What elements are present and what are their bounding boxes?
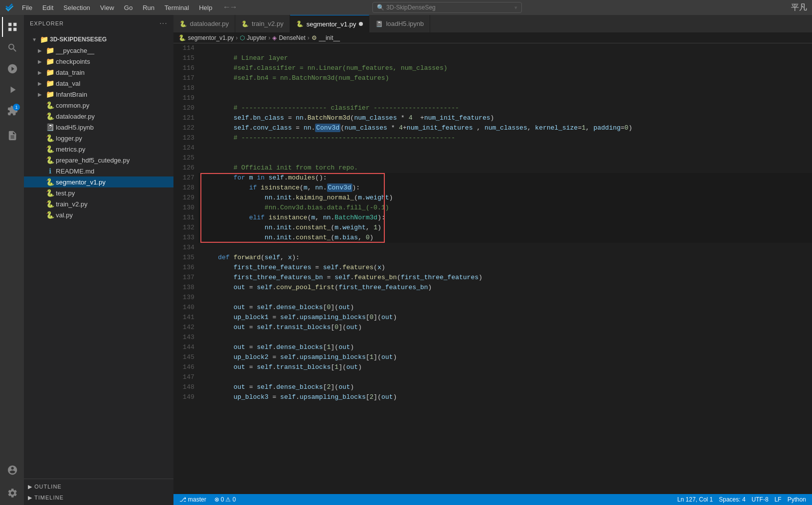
code-line-121: self.bn_class = nn.BatchNorm3d(num_class… (198, 113, 812, 123)
status-right: Ln 127, Col 1 Spaces: 4 UTF-8 LF Python (675, 496, 808, 503)
breadcrumb-init[interactable]: __init__ (319, 34, 340, 41)
code-content-wrapper[interactable]: # Linear layer #self.classifier = nn.Lin… (198, 43, 812, 494)
code-line-132: nn.init.constant_(m.weight, 1) (198, 223, 812, 233)
sidebar-item-loadh5[interactable]: ▶ 📓 loadH5.ipynb (24, 122, 173, 133)
line-num-115: 115 (173, 53, 194, 63)
tab-loadh5[interactable]: 📓 loadH5.ipynb (369, 15, 430, 32)
sidebar-more-button[interactable]: ··· (160, 19, 167, 28)
menu-run[interactable]: Run (139, 3, 159, 12)
line-num-140: 140 (173, 303, 194, 313)
breadcrumb-densenet[interactable]: DenseNet (279, 34, 305, 41)
status-spaces[interactable]: Spaces: 4 (717, 496, 747, 503)
code-line-135: def forward(self, x): (198, 253, 812, 263)
code-line-126: # Official init from torch repo. (198, 163, 812, 173)
breadcrumb-file[interactable]: segmentor_v1.py (188, 34, 234, 41)
segmentor-py-icon: 🐍 (46, 178, 54, 186)
status-git[interactable]: ⎇ master (177, 496, 208, 503)
activity-settings[interactable] (2, 483, 22, 503)
sidebar-item-test[interactable]: ▶ 🐍 test.py (24, 187, 173, 198)
tab-loadh5-label: loadH5.ipynb (386, 20, 424, 27)
breadcrumb-jupyter-icon: ⬡ (240, 34, 245, 41)
sidebar-item-logger[interactable]: ▶ 🐍 logger.py (24, 133, 173, 144)
activity-source-control[interactable] (2, 59, 22, 79)
menu-edit[interactable]: Edit (38, 3, 57, 12)
line-num-124: 124 (173, 143, 194, 153)
tab-train-icon: 🐍 (241, 20, 249, 27)
line-num-138: 138 (173, 283, 194, 293)
code-line-147 (198, 372, 812, 382)
tab-bar: 🐍 dataloader.py 🐍 train_v2.py 🐍 segmento… (173, 15, 812, 32)
encoding-text: UTF-8 (752, 496, 769, 503)
root-folder[interactable]: ▼ 📁 3D-SKIPDENSESEG (24, 34, 173, 45)
tab-segmentor[interactable]: 🐍 segmentor_v1.py (290, 15, 370, 32)
menu-file[interactable]: File (18, 3, 36, 12)
activity-test[interactable] (2, 126, 22, 146)
sidebar-item-pycache[interactable]: ▶ 📁 __pycache__ (24, 45, 173, 56)
code-line-139 (198, 293, 812, 303)
code-line-142: out = self.transit_blocks[0](out) (198, 323, 812, 333)
menu-selection[interactable]: Selection (59, 3, 94, 12)
line-numbers: 1141151161171181191201211221231241251261… (173, 43, 198, 494)
sidebar-item-train-v2[interactable]: ▶ 🐍 train_v2.py (24, 198, 173, 209)
git-branch: master (188, 496, 206, 503)
code-line-116: #self.classifier = nn.Linear(num_feature… (198, 63, 812, 73)
sidebar-item-data-train[interactable]: ▶ 📁 data_train (24, 67, 173, 78)
metrics-py-icon: 🐍 (46, 145, 54, 153)
root-arrow: ▼ (32, 37, 38, 42)
sidebar-item-common[interactable]: ▶ 🐍 common.py (24, 100, 173, 111)
code-line-144: out = self.dense_blocks[1](out) (198, 342, 812, 352)
menu-go[interactable]: Go (120, 3, 137, 12)
sidebar-item-infantbrain[interactable]: ▶ 📁 InfantBrain (24, 89, 173, 100)
breadcrumb-jupyter[interactable]: Jupyter (247, 34, 266, 41)
readme-md-icon: ℹ (46, 167, 54, 175)
code-content[interactable]: # Linear layer #self.classifier = nn.Lin… (198, 43, 812, 402)
code-editor: 1141151161171181191201211221231241251261… (173, 43, 812, 494)
status-errors[interactable]: ⊗ 0 ⚠ 0 (212, 496, 238, 503)
status-encoding[interactable]: UTF-8 (750, 496, 771, 503)
sidebar-item-data-val[interactable]: ▶ 📁 data_val (24, 78, 173, 89)
search-icon: 🔍 (377, 4, 384, 11)
sidebar-item-dataloader[interactable]: ▶ 🐍 dataloader.py (24, 111, 173, 122)
code-line-120: # ---------------------- classifier ----… (198, 103, 812, 113)
forward-arrow[interactable]: → (231, 3, 236, 12)
sidebar-item-segmentor[interactable]: ▶ 🐍 segmentor_v1.py (24, 176, 173, 187)
activity-explorer[interactable] (2, 17, 22, 37)
sidebar-item-checkpoints[interactable]: ▶ 📁 checkpoints (24, 56, 173, 67)
sidebar-item-metrics[interactable]: ▶ 🐍 metrics.py (24, 144, 173, 155)
menu-help[interactable]: Help (195, 3, 216, 12)
nav-arrows: ← → (224, 3, 236, 12)
line-num-144: 144 (173, 342, 194, 352)
code-line-137: first_three_features_bn = self.features_… (198, 273, 812, 283)
sidebar-item-readme[interactable]: ▶ ℹ README.md (24, 166, 173, 176)
status-bar: ⎇ master ⊗ 0 ⚠ 0 Ln 127, Col 1 Spaces: 4… (173, 494, 812, 505)
status-line-ending[interactable]: LF (773, 496, 784, 503)
line-num-137: 137 (173, 273, 194, 283)
spaces-text: Spaces: 4 (719, 496, 745, 503)
activity-run[interactable] (2, 80, 22, 100)
root-folder-label: 3D-SKIPDENSESEG (50, 36, 107, 43)
tab-dataloader[interactable]: 🐍 dataloader.py (173, 15, 235, 32)
line-num-116: 116 (173, 63, 194, 73)
outline-header[interactable]: ▶ OUTLINE (24, 481, 173, 492)
timeline-header[interactable]: ▶ TIMELINE (24, 492, 173, 503)
back-arrow[interactable]: ← (224, 3, 229, 12)
line-num-131: 131 (173, 213, 194, 223)
activity-account[interactable] (2, 460, 22, 480)
warning-count: 0 (232, 496, 236, 503)
code-line-124 (198, 143, 812, 153)
status-language[interactable]: Python (786, 496, 808, 503)
sidebar-item-val[interactable]: ▶ 🐍 val.py (24, 209, 173, 220)
breadcrumb-densenet-icon: ◈ (272, 34, 277, 41)
sidebar-item-prepare-hdf5[interactable]: ▶ 🐍 prepare_hdf5_cutedge.py (24, 155, 173, 166)
menu-terminal[interactable]: Terminal (161, 3, 193, 12)
menu-view[interactable]: View (96, 3, 118, 12)
activity-extensions[interactable] (2, 101, 22, 121)
tab-train-v2[interactable]: 🐍 train_v2.py (235, 15, 290, 32)
search-bar[interactable]: 🔍 3D-SkipDenseSeg ▾ (372, 2, 522, 13)
tab-segmentor-icon: 🐍 (296, 20, 304, 27)
code-line-138: out = self.conv_pool_first(first_three_f… (198, 283, 812, 293)
code-line-125 (198, 153, 812, 163)
activity-search[interactable] (2, 38, 22, 58)
code-line-146: out = self.transit_blocks[1](out) (198, 362, 812, 372)
status-position[interactable]: Ln 127, Col 1 (675, 496, 715, 503)
